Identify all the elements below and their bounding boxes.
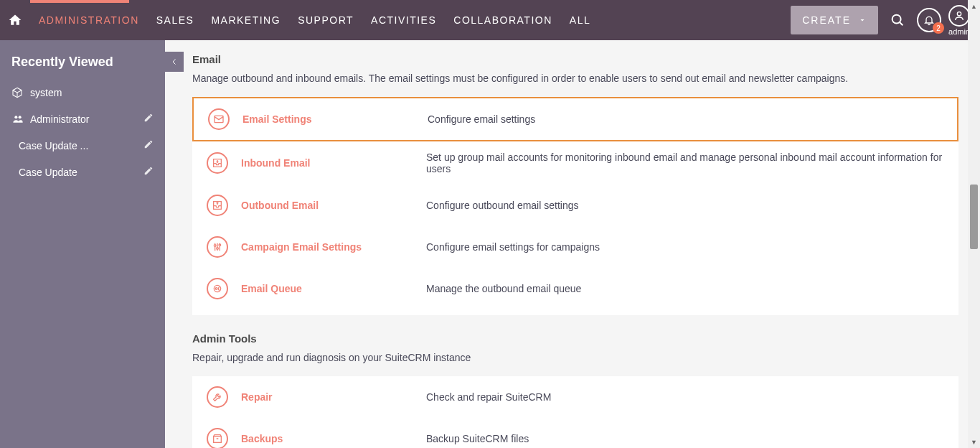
nav-all[interactable]: ALL [561, 0, 599, 40]
row-link[interactable]: Email Settings [242, 113, 415, 125]
active-tab-accent [30, 0, 129, 3]
top-navbar: ADMINISTRATION SALES MARKETING SUPPORT A… [0, 0, 980, 40]
row-email-settings[interactable]: Email Settings Configure email settings [192, 97, 958, 141]
section-title-admin-tools: Admin Tools [192, 332, 958, 345]
user-label: admin [948, 27, 970, 36]
create-label: CREATE [802, 14, 851, 26]
user-icon [953, 10, 965, 22]
edit-icon[interactable] [143, 139, 154, 151]
caret-down-icon [858, 16, 867, 24]
row-repair[interactable]: Repair Check and repair SuiteCRM [192, 376, 958, 418]
row-inbound-email[interactable]: Inbound Email Set up group mail accounts… [192, 141, 958, 185]
mail-icon [208, 108, 230, 130]
page-scrollbar[interactable]: ▲ ▼ [968, 0, 980, 448]
scroll-track[interactable] [968, 12, 980, 436]
edit-icon[interactable] [143, 166, 154, 178]
row-desc: Configure email settings for campaigns [426, 241, 944, 253]
nav-activities[interactable]: ACTIVITIES [362, 0, 445, 40]
avatar [948, 5, 970, 27]
create-button[interactable]: CREATE [791, 6, 878, 34]
nav-collaboration[interactable]: COLLABORATION [445, 0, 561, 40]
row-outbound-email[interactable]: Outbound Email Configure outbound email … [192, 185, 958, 226]
section-desc-email: Manage outbound and inbound emails. The … [192, 73, 958, 84]
row-link[interactable]: Backups [241, 433, 413, 444]
sidebar-item-label: Case Update [19, 167, 143, 178]
sidebar-item-label: Administrator [30, 113, 143, 125]
nav-label: ACTIVITIES [371, 14, 436, 26]
search-button[interactable] [885, 12, 910, 28]
scroll-down-arrow[interactable]: ▼ [968, 436, 980, 448]
sidebar-item-label: system [30, 87, 154, 98]
row-desc: Set up group mail accounts for monitorin… [426, 151, 944, 174]
sidebar-collapse-handle[interactable] [165, 52, 184, 72]
nav-label: COLLABORATION [453, 14, 552, 26]
row-email-queue[interactable]: Email Queue Manage the outbound email qu… [192, 268, 958, 309]
sliders-icon [207, 236, 228, 258]
inbox-icon [207, 152, 228, 174]
nav-label: SUPPORT [298, 14, 354, 26]
section-title-email: Email [192, 53, 958, 65]
row-link[interactable]: Email Queue [241, 283, 413, 294]
panel-email: Email Settings Configure email settings … [192, 97, 958, 315]
svg-rect-14 [214, 437, 222, 443]
main-content: Email Manage outbound and inbound emails… [165, 40, 980, 448]
wrench-icon [207, 386, 228, 408]
row-desc: Manage the outbound email queue [426, 283, 944, 294]
sidebar-title: Recently Viewed [0, 40, 165, 80]
row-link[interactable]: Campaign Email Settings [241, 241, 413, 253]
svg-point-0 [892, 15, 901, 24]
nav-marketing[interactable]: MARKETING [202, 0, 289, 40]
panel-admin-tools: Repair Check and repair SuiteCRM Backups… [192, 376, 958, 448]
svg-line-1 [900, 22, 903, 25]
row-desc: Backup SuiteCRM files [426, 433, 944, 444]
navbar-right: CREATE 2 admin [791, 5, 980, 36]
box-icon [207, 428, 228, 448]
row-desc: Configure email settings [428, 113, 943, 125]
svg-point-9 [217, 248, 219, 250]
row-campaign-email-settings[interactable]: Campaign Email Settings Configure email … [192, 226, 958, 268]
svg-point-13 [215, 288, 217, 290]
sidebar-item-system[interactable]: system [0, 80, 165, 106]
scroll-up-arrow[interactable]: ▲ [968, 0, 980, 12]
sidebar: Recently Viewed system Administrator Cas… [0, 40, 165, 448]
nav-support[interactable]: SUPPORT [289, 0, 362, 40]
nav-administration[interactable]: ADMINISTRATION [30, 0, 148, 40]
people-icon [11, 113, 30, 125]
sidebar-item-case-update-1[interactable]: Case Update ... [0, 132, 165, 159]
edit-icon[interactable] [143, 113, 154, 125]
user-menu[interactable]: admin [948, 5, 970, 36]
sidebar-item-label: Case Update ... [19, 140, 143, 151]
svg-point-3 [14, 116, 17, 118]
row-backups[interactable]: Backups Backup SuiteCRM files [192, 418, 958, 448]
nav-label: ALL [570, 14, 590, 26]
row-link[interactable]: Inbound Email [241, 157, 413, 169]
row-desc: Configure outbound email settings [426, 200, 944, 211]
home-icon [8, 13, 22, 27]
sidebar-item-case-update-2[interactable]: Case Update [0, 159, 165, 185]
section-desc-admin-tools: Repair, upgrade and run diagnosis on you… [192, 352, 958, 363]
svg-point-4 [19, 116, 22, 118]
row-desc: Check and repair SuiteCRM [426, 391, 944, 403]
notifications-button[interactable]: 2 [917, 8, 941, 32]
nav-label: MARKETING [211, 14, 281, 26]
row-link[interactable]: Outbound Email [241, 200, 413, 211]
scroll-thumb[interactable] [970, 185, 978, 249]
home-button[interactable] [0, 0, 30, 40]
nav-label: ADMINISTRATION [39, 14, 139, 26]
row-link[interactable]: Repair [241, 391, 413, 403]
sidebar-item-administrator[interactable]: Administrator [0, 106, 165, 132]
outbox-icon [207, 195, 228, 216]
notification-badge: 2 [933, 22, 944, 34]
nav-label: SALES [156, 14, 194, 26]
svg-point-2 [957, 11, 961, 15]
chevron-left-icon [170, 57, 179, 66]
svg-point-7 [214, 245, 216, 247]
nav-sales[interactable]: SALES [148, 0, 203, 40]
search-icon [890, 12, 905, 28]
svg-point-11 [219, 244, 221, 246]
queue-icon [207, 278, 228, 299]
cube-icon [11, 87, 30, 98]
